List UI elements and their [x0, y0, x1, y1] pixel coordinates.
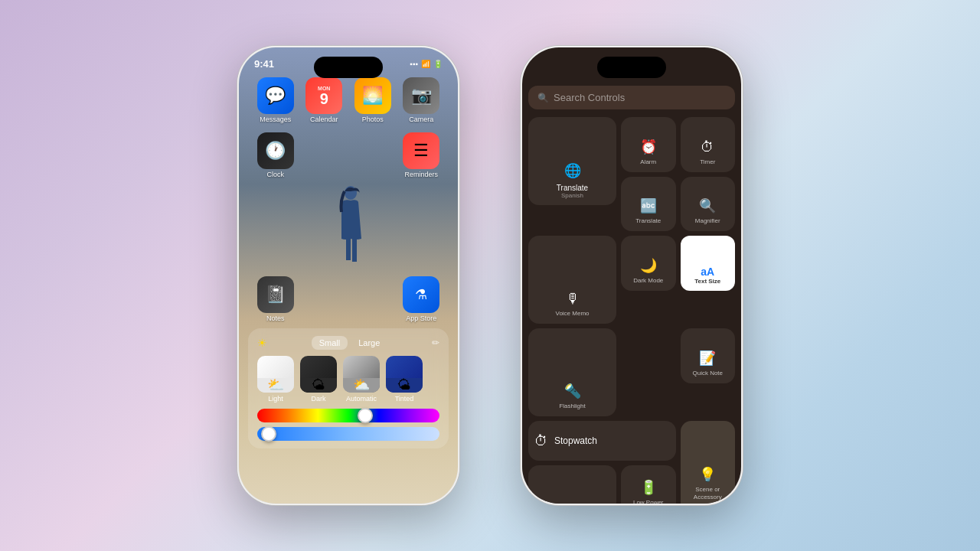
flashlight-icon: 🔦 [564, 383, 581, 399]
magnifier-control[interactable]: 🔍 Magnifier [681, 177, 736, 232]
app-empty2 [351, 132, 394, 178]
signal-icon: ▪▪▪ [410, 60, 418, 68]
timer-icon: ⏱ [701, 139, 714, 155]
app-empty3 [303, 276, 346, 322]
empty-icon3 [305, 276, 342, 313]
appearance-options: ⛅ Light 🌤 Dark ⛅ [257, 356, 439, 403]
calendar-label: Calendar [310, 116, 338, 123]
pencil-icon[interactable]: ✏ [432, 337, 439, 348]
app-grid: 💬 Messages MON 9 Calendar 🌅 Photos 📷 Cam… [239, 74, 458, 126]
app-reminders[interactable]: ☰ Reminders [400, 132, 443, 178]
quick-note-label: Quick Note [692, 370, 723, 377]
size-toggle[interactable]: Small Large [312, 336, 388, 350]
search-bar[interactable]: 🔍 Search Controls [528, 86, 735, 109]
appstore-label: App Store [406, 315, 436, 322]
alarm-label: Alarm [640, 158, 656, 166]
search-placeholder: Search Controls [554, 92, 625, 103]
timer-control[interactable]: ⏱ Timer [681, 117, 736, 172]
voice-memo-icon: 🎙 [566, 291, 580, 307]
app-empty1 [303, 132, 346, 178]
color-slider-container [257, 409, 439, 441]
stopwatch-label: Stopwatch [554, 435, 597, 446]
reminders-icon: ☰ [403, 132, 439, 169]
brightness-slider-thumb[interactable] [261, 426, 276, 442]
small-button[interactable]: Small [312, 336, 348, 350]
voice-memo-control[interactable]: 🎙 Voice Memo [528, 236, 616, 324]
dark-option[interactable]: 🌤 Dark [300, 356, 337, 403]
light-option[interactable]: ⛅ Light [257, 356, 294, 403]
dark-mode-label: Dark Mode [633, 277, 663, 285]
app-clock[interactable]: 🕐 Clock [254, 132, 297, 178]
flashlight-control[interactable]: 🔦 Flashlight [528, 328, 616, 416]
app-appstore[interactable]: ⚗ App Store [400, 276, 443, 322]
translate-btn-control[interactable]: 🔤 Translate [621, 177, 676, 232]
tinted-option[interactable]: 🌤 Tinted [386, 356, 423, 403]
empty-icon4 [354, 276, 391, 313]
color-slider[interactable] [257, 409, 439, 422]
color-slider-thumb[interactable] [358, 408, 373, 423]
large-button[interactable]: Large [351, 336, 387, 350]
text-size-icon: aA [701, 266, 714, 278]
translate-title: Translate [557, 184, 588, 192]
translate-btn-label: Translate [635, 217, 661, 225]
app-camera[interactable]: 📷 Camera [400, 77, 443, 123]
alarm-icon: ⏰ [640, 139, 657, 155]
scene-icon: 💡 [699, 466, 716, 483]
app-notes[interactable]: 📓 Notes [254, 276, 297, 322]
messages-icon: 💬 [257, 77, 294, 114]
app-photos[interactable]: 🌅 Photos [351, 77, 394, 123]
dark-mode-icon: 🌙 [640, 257, 657, 274]
brightness-slider[interactable] [257, 427, 439, 441]
calendar-icon: MON 9 [305, 77, 342, 114]
stopwatch-icon: ⏱ [534, 433, 548, 449]
wallpaper-area [239, 181, 458, 281]
text-size-control[interactable]: aA Text Size [681, 236, 736, 291]
svg-rect-1 [346, 237, 351, 260]
dynamic-island-left [314, 57, 383, 78]
timer-label: Timer [700, 158, 715, 166]
automatic-option[interactable]: ⛅ Automatic [343, 356, 380, 403]
clock-icon: 🕐 [257, 132, 294, 169]
camera-label: Camera [409, 116, 433, 123]
notes-icon: 📓 [257, 276, 294, 313]
app-grid-row3: 📓 Notes ⚗ App Store [239, 273, 458, 325]
wifi-icon: 📶 [421, 60, 430, 68]
translate-btn-icon: 🔤 [640, 197, 657, 214]
app-empty4 [351, 276, 394, 322]
flashlight-label: Flashlight [559, 403, 585, 410]
dynamic-island-right [597, 57, 666, 78]
alarm-control[interactable]: ⏰ Alarm [621, 117, 676, 172]
magnifier-label: Magnifier [695, 217, 720, 225]
empty-icon [305, 132, 342, 169]
translate-sublabel: Spanish [561, 192, 583, 199]
stopwatch-control[interactable]: ⏱ Stopwatch [528, 421, 676, 461]
quick-note-icon: 📝 [699, 350, 716, 367]
app-calendar[interactable]: MON 9 Calendar [303, 77, 346, 123]
magnifier-icon: 🔍 [699, 197, 716, 214]
quick-note-control[interactable]: 📝 Quick Note [681, 328, 736, 383]
clock-label: Clock [266, 171, 284, 178]
scene-label: Scene or Accessory [687, 486, 730, 500]
appearance-header: ☀ Small Large ✏ [257, 336, 439, 350]
low-power-control[interactable]: 🔋 Low Power Mode [621, 465, 676, 504]
text-size-label: Text Size [694, 278, 720, 285]
reminders-label: Reminders [404, 171, 438, 178]
sun-icon: ☀ [257, 337, 267, 349]
left-iphone: 9:41 ▪▪▪ 📶 🔋 💬 Messages MON 9 Calendar [237, 46, 459, 505]
empty-icon2 [354, 132, 391, 169]
scene-sublabel: Home [701, 503, 715, 504]
app-messages[interactable]: 💬 Messages [254, 77, 297, 123]
low-power-icon: 🔋 [640, 479, 657, 496]
messages-label: Messages [260, 116, 291, 123]
scene-control[interactable]: 💡 Scene or Accessory Home [681, 421, 736, 504]
status-icons: ▪▪▪ 📶 🔋 [410, 60, 443, 68]
battery-icon: 🔋 [433, 60, 443, 68]
light-label: Light [268, 395, 283, 403]
dark-label: Dark [311, 395, 325, 403]
control-center: 🔍 Search Controls 🌐 Translate Spanish ⏰ … [522, 47, 741, 504]
dark-mode-control[interactable]: 🌙 Dark Mode [621, 236, 676, 291]
screen-recording-control[interactable]: ⏺ Screen Recording [528, 465, 616, 504]
voice-memo-label: Voice Memo [555, 310, 589, 318]
search-icon: 🔍 [537, 93, 549, 103]
translate-control[interactable]: 🌐 Translate Spanish [528, 117, 616, 205]
